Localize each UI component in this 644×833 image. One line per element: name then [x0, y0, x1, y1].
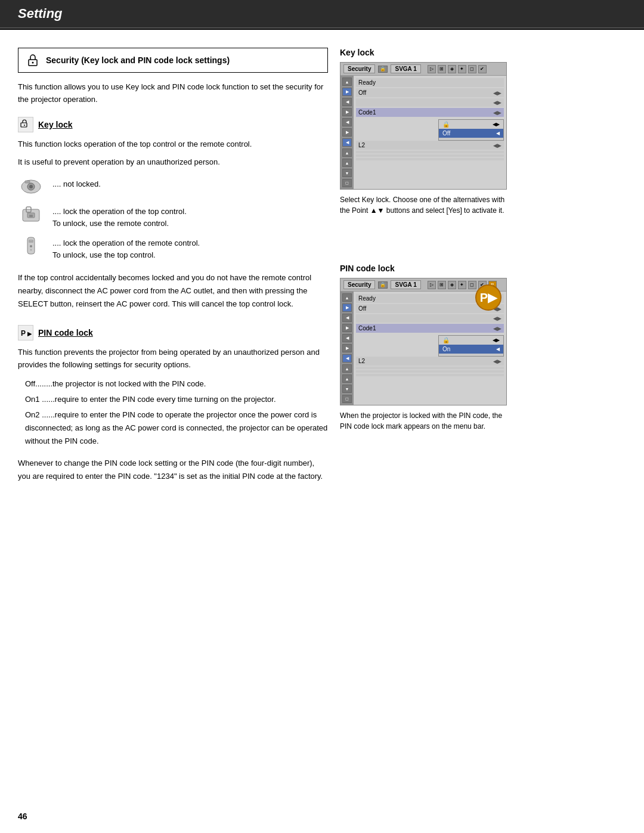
svg-rect-7: [25, 181, 30, 183]
proj-topbar-icons: ▷ ⊞ ◈ ✦ ◻ ✔: [428, 65, 487, 73]
pin-code-lock-section: P ▶ PIN code lock This function prevents…: [18, 325, 328, 482]
security-icon: [24, 52, 41, 69]
page-header: Setting: [0, 0, 644, 29]
proj-menu-blank: ◀▶: [356, 98, 504, 107]
page-footer: 46: [18, 812, 27, 821]
lock-remote-svg: [18, 236, 44, 255]
proj-menu-off: Off ◀▶: [356, 88, 504, 97]
svg-text:▶: ▶: [27, 330, 32, 337]
page-title: Setting: [18, 6, 63, 21]
pin-code-lock-screenshot-label: PIN code lock: [340, 264, 555, 273]
proj-pin-sidebar-btn-9: ▲: [342, 374, 352, 383]
proj-sidebar-btn-10: ▼: [342, 169, 352, 177]
proj-icon-5: ◻: [468, 65, 476, 73]
svg-rect-2: [21, 123, 27, 127]
security-intro-text: This function allows you to use Key lock…: [18, 81, 328, 106]
proj-security-label: Security: [343, 64, 375, 73]
svg-point-3: [24, 125, 25, 126]
security-heading-box: Security (Key lock and PIN code lock set…: [18, 48, 328, 73]
proj-pin-sidebar-btn-1: ▲: [342, 293, 352, 302]
proj-body-key-lock: ▲ ▶ ◀ ▶ ◀ ▶ ◀ ▲ ▲ ▼ ◻: [340, 76, 506, 189]
svg-point-14: [30, 245, 32, 247]
proj-menu-extra3: [356, 158, 504, 160]
lock-remote-text: .... lock the operation of the remote co…: [52, 235, 200, 261]
proj-submenu-container: 🔒 ◀▶ Off ◀: [356, 119, 504, 141]
key-lock-caption: Select Key lock. Choose one of the alter…: [340, 194, 507, 216]
camera-unlocked-svg: [18, 178, 44, 196]
proj-topbar-key-lock: Security 🔒 SVGA 1 ▷ ⊞ ◈ ✦ ◻ ✔: [340, 63, 506, 76]
proj-icon-6: ✔: [478, 65, 487, 73]
proj-sidebar-pin-lock: ▲ ▶ ◀ ▶ ◀ ▶ ◀ ▲ ▲ ▼ ◻: [340, 292, 354, 405]
proj-pin-sidebar-btn-11: ◻: [342, 395, 352, 403]
key-lock-label: Key lock: [38, 120, 73, 129]
lock-top-text: .... lock the operation of the top contr…: [52, 203, 187, 229]
proj-icon-3: ◈: [448, 65, 456, 73]
key-lock-icon-list: .... not locked. .... lock the operation…: [18, 176, 328, 261]
lock-remote-item: .... lock the operation of the remote co…: [18, 235, 328, 261]
proj-submenu-off: Off ◀: [439, 129, 503, 138]
proj-pin-security-label: Security: [343, 280, 375, 289]
pin-off-item: Off........the projector is not locked w…: [25, 377, 328, 391]
pin-lock-icon: P ▶: [18, 325, 33, 340]
proj-pin-lock-icon: 🔒: [378, 281, 388, 289]
proj-pin-sidebar-btn-10: ▼: [342, 385, 352, 393]
lock-top-item: .... lock the operation of the top contr…: [18, 203, 328, 229]
key-lock-warning: If the top control accidentally becomes …: [18, 271, 328, 311]
proj-sidebar-btn-5: ◀: [342, 118, 352, 126]
proj-main-key-lock: Ready Off ◀▶ ◀▶ Code1 ◀▶: [354, 76, 506, 189]
proj-svga-label: SVGA 1: [391, 64, 420, 73]
key-lock-subsection-heading: Key lock: [18, 117, 328, 132]
left-column: Security (Key lock and PIN code lock set…: [18, 48, 328, 483]
main-content: Security (Key lock and PIN code lock set…: [0, 30, 644, 483]
right-section-gap: [340, 228, 555, 264]
proj-lock-icon: 🔒: [378, 66, 388, 73]
svg-rect-11: [29, 215, 33, 217]
proj-pin-sidebar-btn-8: ▲: [342, 364, 352, 373]
proj-menu-code1: Code1 ◀▶: [356, 108, 504, 117]
right-column: Key lock Security 🔒 SVGA 1 ▷ ⊞ ◈ ✦ ◻ ✔: [340, 48, 555, 483]
key-lock-desc1: This function locks operation of the top…: [18, 138, 328, 151]
pin-code-lock-list: Off........the projector is not locked w…: [25, 377, 328, 448]
proj-pin-svga-label: SVGA 1: [391, 280, 420, 289]
proj-pin-menu-extra3: [356, 374, 504, 376]
proj-submenu-key-lock: 🔒 ◀▶ Off ◀: [438, 119, 504, 141]
proj-menu-l2: L2 ◀▶: [356, 141, 504, 150]
proj-sidebar-btn-3: ◀: [342, 98, 352, 106]
pin-code-lock-caption: When the projector is locked with the PI…: [340, 410, 507, 432]
key-lock-screenshot: Key lock Security 🔒 SVGA 1 ▷ ⊞ ◈ ✦ ◻ ✔: [340, 48, 555, 216]
lock-remote-icon: [18, 235, 44, 256]
proj-pin-submenu-header: 🔒 ◀▶: [439, 336, 503, 345]
proj-ui-pin-lock: Security 🔒 SVGA 1 ▷ ⊞ ◈ ✦ ◻ ✔ P P▶: [340, 278, 507, 405]
proj-pin-menu-extra2: [356, 370, 504, 373]
proj-pin-sidebar-btn-5: ◀: [342, 334, 352, 342]
proj-pin-menu-extra1: [356, 367, 504, 369]
pin-code-lock-desc: This function prevents the projector fro…: [18, 346, 328, 371]
proj-pin-sidebar-btn-3: ◀: [342, 314, 352, 322]
pin-lock-subsection-heading: P ▶ PIN code lock: [18, 325, 328, 340]
svg-rect-16: [30, 239, 32, 240]
proj-pin-menu-l2: L2 ◀▶: [356, 357, 504, 366]
key-lock-screenshot-label: Key lock: [340, 48, 555, 57]
lock-top-icon: [18, 203, 44, 225]
proj-pin-submenu: 🔒 ◀▶ On ◀: [438, 335, 504, 357]
pin-badge-overlay: P▶: [475, 284, 501, 311]
proj-pin-sidebar-btn-2: ▶: [342, 304, 352, 312]
proj-icon-4: ✦: [458, 65, 466, 73]
proj-pin-icon-1: ▷: [428, 281, 436, 289]
lock-key-icon: [26, 53, 40, 67]
svg-point-1: [32, 62, 34, 64]
lock-top-svg: [18, 205, 44, 224]
proj-submenu-spare: [439, 138, 503, 140]
proj-pin-icon-5: ◻: [468, 281, 476, 289]
proj-ui-key-lock: Security 🔒 SVGA 1 ▷ ⊞ ◈ ✦ ◻ ✔ ▲: [340, 62, 507, 190]
proj-sidebar-btn-2: ▶: [342, 88, 352, 96]
proj-sidebar-btn-9: ▲: [342, 159, 352, 167]
proj-pin-sidebar-btn-4: ▶: [342, 324, 352, 332]
proj-sidebar-btn-4: ▶: [342, 108, 352, 116]
proj-sidebar-btn-11: ◻: [342, 179, 352, 187]
not-locked-text: .... not locked.: [52, 176, 101, 190]
proj-icon-2: ⊞: [438, 65, 446, 73]
proj-submenu-header: 🔒 ◀▶: [439, 120, 503, 129]
proj-menu-extra2: [356, 154, 504, 157]
proj-pin-submenu-on: On ◀: [439, 345, 503, 354]
